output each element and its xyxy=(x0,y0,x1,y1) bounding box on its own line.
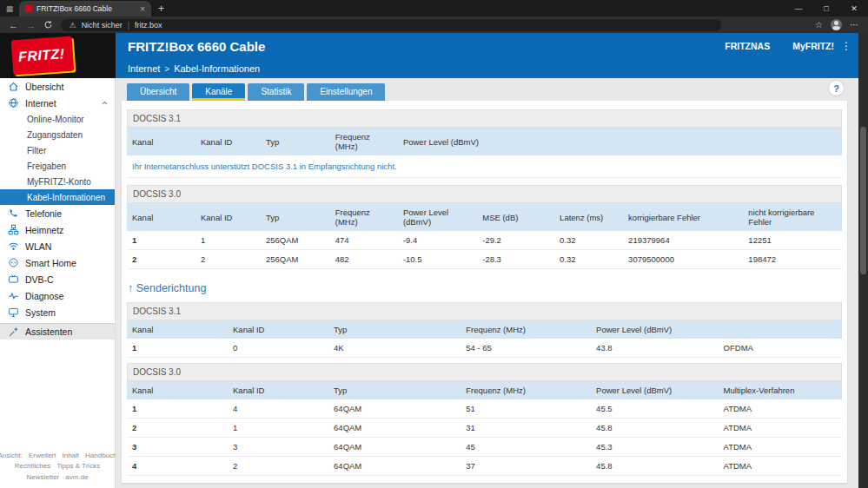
sidebar-item-telefonie[interactable]: Telefonie xyxy=(0,205,115,221)
sidebar-item-kabel-informationen[interactable]: Kabel-Informationen xyxy=(0,189,115,205)
sidebar-item-internet[interactable]: Internet xyxy=(0,95,115,111)
table-cell: 482 xyxy=(330,250,398,269)
favorites-star-icon[interactable]: ☆ xyxy=(815,20,823,30)
help-icon[interactable]: ? xyxy=(829,81,844,96)
myfritz-link[interactable]: MyFRITZ! xyxy=(792,41,834,51)
table-cell: 219379964 xyxy=(623,231,743,250)
column-header: Power Level (dBmV) xyxy=(591,381,718,399)
browser-tab[interactable]: FRITZ!Box 6660 Cable × xyxy=(19,1,151,17)
sidebar: Übersicht Internet Online-Monitor Zugang… xyxy=(0,78,116,488)
column-header: Frequenz (MHz) xyxy=(461,320,591,339)
sidebar-item-dvb-c[interactable]: DVB-C xyxy=(0,271,115,287)
sidebar-item-zugangsdaten[interactable]: Zugangsdaten xyxy=(0,127,115,142)
column-header: Multiplex-Verfahren xyxy=(719,381,842,399)
tab-einstellungen[interactable]: Einstellungen xyxy=(307,83,385,101)
column-header: Kanal ID xyxy=(195,203,261,231)
table-cell: ATDMA xyxy=(719,419,842,438)
tab-kanaele[interactable]: Kanäle xyxy=(192,83,245,101)
section-receive-docsis31: DOCSIS 3.1 xyxy=(127,109,842,128)
sidebar-item-myfritz-konto[interactable]: MyFRITZ!-Konto xyxy=(0,174,115,189)
footer-link-rechtliches[interactable]: Rechtliches xyxy=(15,461,50,472)
footer-link-avmde[interactable]: avm.de xyxy=(65,472,88,483)
table-cell: 256QAM xyxy=(261,231,330,250)
chevron-up-icon xyxy=(101,99,109,107)
table-cell: 45.8 xyxy=(591,419,718,438)
pulse-icon xyxy=(8,290,19,301)
column-header: Kanal ID xyxy=(228,381,328,399)
sidebar-item-smart-home[interactable]: Smart Home xyxy=(0,254,115,271)
table-cell: 1 xyxy=(195,231,261,250)
sidebar-item-freigaben[interactable]: Freigaben xyxy=(0,158,115,174)
table-cell: -29.2 xyxy=(477,231,554,250)
table-cell: 1 xyxy=(127,339,228,358)
sidebar-item-online-monitor[interactable]: Online-Monitor xyxy=(0,111,115,127)
fritznas-link[interactable]: FRITZNAS xyxy=(725,41,770,51)
sidebar-item-system[interactable]: System xyxy=(0,304,115,320)
table-cell: 45.5 xyxy=(591,399,718,419)
maximize-button[interactable]: □ xyxy=(812,0,840,16)
tab-uebersicht[interactable]: Übersicht xyxy=(127,83,189,101)
table-cell: 2 xyxy=(228,457,328,476)
breadcrumb-separator: > xyxy=(164,64,169,74)
column-header: Typ xyxy=(328,381,461,399)
sidebar-item-diagnose[interactable]: Diagnose xyxy=(0,287,115,304)
monitor-icon xyxy=(8,307,19,318)
column-header: nicht korrigierbare Fehler xyxy=(743,203,842,231)
table-cell: -10.5 xyxy=(398,250,477,269)
table-cell: 54 - 65 xyxy=(461,339,591,358)
url-text: fritz.box xyxy=(135,21,162,30)
url-field[interactable]: ⚠ Nicht sicher | fritz.box xyxy=(61,19,721,31)
close-button[interactable]: ✕ xyxy=(840,0,868,16)
column-header: Kanal xyxy=(127,381,228,399)
column-header: MSE (dB) xyxy=(477,203,554,231)
breadcrumb-kabel-informationen[interactable]: Kabel-Informationen xyxy=(174,63,260,74)
table-header-row: KanalKanal IDTypFrequenz (MHz)Power Leve… xyxy=(127,381,842,399)
browser-menu-icon[interactable]: ⋯ xyxy=(850,20,859,30)
new-tab-button[interactable]: + xyxy=(158,3,164,15)
phone-icon xyxy=(8,208,19,219)
table-cell: ATDMA xyxy=(719,457,842,476)
header-nav: FRITZNAS MyFRITZ! xyxy=(725,41,834,51)
tab-actions-icon[interactable]: ▦ xyxy=(0,4,19,13)
table-row: 3364QAM4545.3ATDMA xyxy=(127,438,842,457)
browser-tab-strip: ▦ FRITZ!Box 6660 Cable × + — □ ✕ xyxy=(0,0,868,16)
sidebar-item-filter[interactable]: Filter xyxy=(0,142,115,158)
profile-avatar[interactable] xyxy=(831,19,842,30)
security-warning-text: Nicht sicher xyxy=(82,21,123,30)
tab-statistik[interactable]: Statistik xyxy=(248,83,304,101)
sidebar-item-uebersicht[interactable]: Übersicht xyxy=(0,78,115,95)
footer-link-handbuch[interactable]: Handbuch xyxy=(85,451,116,461)
column-header: Frequenz (MHz) xyxy=(330,203,398,231)
footer-link-tipps[interactable]: Tipps & Tricks xyxy=(56,461,100,472)
breadcrumb-internet[interactable]: Internet xyxy=(128,63,160,74)
header-menu-dots-icon[interactable]: ⋮ xyxy=(841,40,851,52)
table-cell: 3 xyxy=(228,438,328,457)
refresh-icon[interactable] xyxy=(43,20,53,30)
fritz-logo[interactable]: FRITZ! xyxy=(11,36,74,76)
page-scrollbar[interactable] xyxy=(858,33,868,488)
footer-link-inhalt[interactable]: Inhalt xyxy=(62,451,79,461)
back-icon[interactable]: ← xyxy=(9,20,18,30)
column-header: Frequenz (MHz) xyxy=(461,381,591,399)
security-warning-icon[interactable]: ⚠ xyxy=(70,21,76,30)
table-row: 11256QAM474-9.4-29.20.3221937996412251 xyxy=(127,231,842,250)
sidebar-item-heimnetz[interactable]: Heimnetz xyxy=(0,221,115,238)
logo-area: FRITZ! xyxy=(0,33,116,78)
outlet-icon xyxy=(8,257,19,268)
sidebar-item-assistenten[interactable]: Assistenten xyxy=(0,323,115,340)
column-header: Latenz (ms) xyxy=(554,203,623,231)
table-cell: 2 xyxy=(127,419,228,438)
forward-icon[interactable]: → xyxy=(26,20,36,30)
sidebar-item-wlan[interactable]: WLAN xyxy=(0,238,115,254)
minimize-button[interactable]: — xyxy=(785,0,812,16)
footer-link-erweitert[interactable]: Erweitert xyxy=(29,451,56,461)
scrollbar-thumb[interactable] xyxy=(860,127,866,274)
footer-link-newsletter[interactable]: Newsletter xyxy=(26,472,59,483)
address-bar-actions: ☆ ⋯ xyxy=(815,19,859,30)
column-header xyxy=(719,320,842,339)
table-header-row: KanalKanal IDTypFrequenz (MHz)Power Leve… xyxy=(127,203,842,231)
table-cell: 4 xyxy=(127,457,228,476)
table-cell: 1 xyxy=(127,231,195,250)
tab-close-icon[interactable]: × xyxy=(140,4,145,14)
column-header: Power Level (dBmV) xyxy=(398,128,842,155)
